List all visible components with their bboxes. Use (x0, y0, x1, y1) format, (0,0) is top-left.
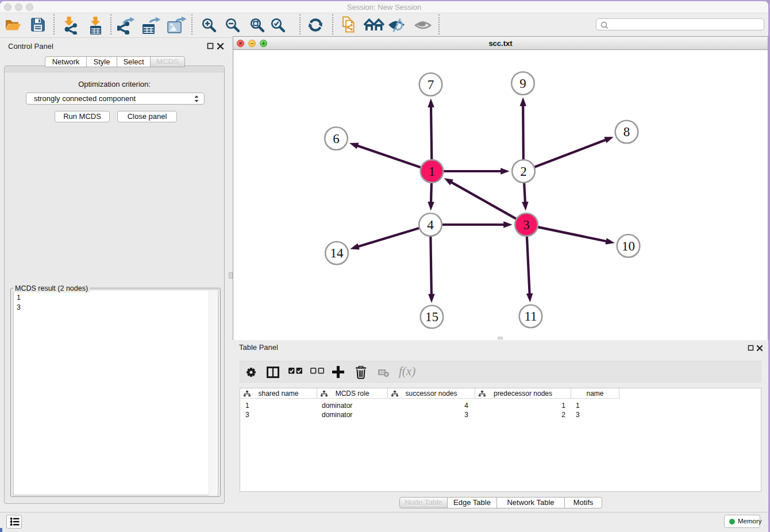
svg-text:11: 11 (524, 309, 537, 323)
svg-text:10: 10 (622, 239, 635, 253)
svg-text:3: 3 (523, 218, 530, 232)
svg-text:7: 7 (428, 78, 434, 92)
svg-text:9: 9 (519, 76, 526, 91)
svg-text:1: 1 (429, 164, 436, 179)
svg-text:15: 15 (425, 310, 438, 324)
svg-text:2: 2 (520, 164, 527, 179)
svg-text:8: 8 (623, 125, 630, 139)
svg-text:14: 14 (330, 246, 344, 260)
svg-text:6: 6 (333, 132, 340, 146)
svg-text:4: 4 (427, 218, 434, 232)
